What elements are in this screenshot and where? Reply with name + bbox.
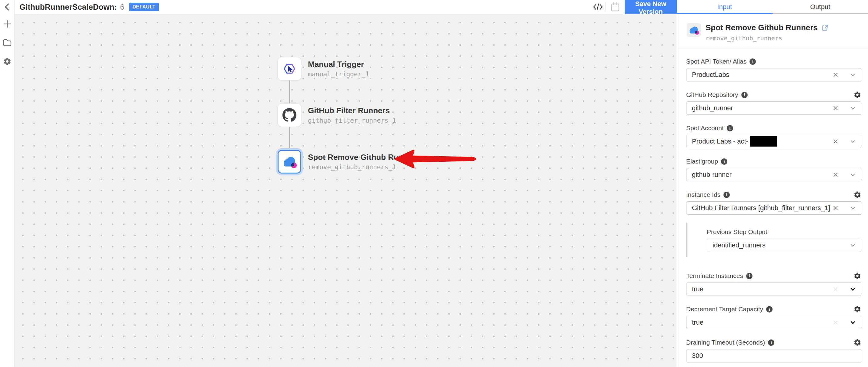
info-icon[interactable]: i — [746, 273, 752, 279]
save-new-version-button[interactable]: Save New Version — [625, 0, 677, 14]
node-title: GitHub Filter Runners — [308, 106, 396, 115]
node-id: github_filter_runners_1 — [308, 116, 396, 125]
info-icon[interactable]: i — [721, 158, 727, 165]
gear-icon — [854, 191, 861, 199]
field-label: Spot API Token/ Alias — [686, 58, 746, 65]
chevron-down-icon[interactable] — [849, 172, 856, 178]
gear-icon — [854, 272, 861, 280]
previous-step-output-dropdown[interactable]: identified_runners — [707, 239, 861, 252]
spot-icon — [282, 155, 297, 169]
gear-icon — [854, 338, 861, 346]
clear-button[interactable] — [833, 138, 839, 144]
field-value: true — [692, 285, 704, 293]
tab-input[interactable]: Input — [677, 0, 773, 14]
external-link-button[interactable] — [821, 24, 829, 32]
clear-button[interactable] — [833, 72, 839, 78]
panel-title: Spot Remove Github Runners — [706, 23, 818, 32]
field-settings-button[interactable] — [854, 338, 861, 346]
field-label: Decrement Target Capacity — [686, 305, 763, 313]
info-icon[interactable]: i — [768, 339, 774, 346]
field-elastigroup: Elastigroup i github-runner — [686, 158, 861, 181]
clear-button[interactable] — [833, 105, 839, 111]
github-repository-dropdown[interactable]: github_runner — [686, 101, 861, 115]
schedule-button[interactable] — [606, 0, 625, 14]
clear-button[interactable] — [833, 320, 839, 326]
node-manual-trigger[interactable]: Manual Trigger manual_trigger_1 — [278, 57, 369, 80]
field-settings-button[interactable] — [854, 91, 861, 99]
default-badge: DEFAULT — [129, 3, 159, 11]
tab-output[interactable]: Output — [773, 0, 868, 14]
clear-button[interactable] — [833, 286, 839, 292]
field-value: github-runner — [692, 171, 732, 179]
left-toolbar — [0, 14, 14, 367]
field-spot-account: Spot Account i Product Labs - act- — [686, 124, 861, 148]
files-button[interactable] — [2, 38, 12, 47]
field-value: identified_runners — [713, 241, 766, 249]
top-bar: GithubRunnerScaleDown: 6 DEFAULT Save Ne… — [0, 0, 868, 14]
node-github-filter-runners[interactable]: GitHub Filter Runners github_filter_runn… — [278, 103, 396, 127]
panel-fields: Spot API Token/ Alias i ProductLabs GitH… — [677, 48, 868, 363]
node-text: Manual Trigger manual_trigger_1 — [308, 60, 369, 78]
clear-button[interactable] — [833, 205, 839, 211]
field-value: ProductLabs — [692, 71, 730, 79]
field-settings-button[interactable] — [854, 305, 861, 313]
node-card[interactable] — [278, 57, 301, 80]
node-card[interactable] — [278, 103, 301, 127]
code-view-button[interactable] — [590, 0, 606, 14]
info-icon[interactable]: i — [749, 59, 756, 65]
inactive-tab-underline — [773, 13, 868, 14]
code-icon — [593, 3, 603, 11]
workflow-canvas[interactable]: Manual Trigger manual_trigger_1 GitHub F… — [14, 14, 677, 367]
draining-timeout-input[interactable]: 300 — [686, 349, 861, 363]
chevron-down-icon[interactable] — [849, 138, 856, 144]
edge-connector — [289, 127, 290, 150]
instance-ids-dropdown[interactable]: GitHub Filter Runners [github_filter_run… — [686, 201, 861, 215]
calendar-icon — [611, 2, 620, 12]
chevron-down-icon[interactable] — [849, 320, 856, 326]
field-label: Previous Step Output — [707, 228, 767, 236]
info-icon[interactable]: i — [727, 125, 733, 131]
field-value: true — [692, 319, 704, 326]
active-tab-underline — [677, 13, 773, 14]
step-config-panel: Spot Remove Github Runners remove_github… — [677, 14, 868, 367]
field-spot-api-token: Spot API Token/ Alias i ProductLabs — [686, 58, 861, 81]
node-id: manual_trigger_1 — [308, 70, 369, 78]
field-label: Draining Timeout (Seconds) — [686, 339, 765, 346]
gear-icon — [854, 305, 861, 313]
add-step-button[interactable] — [2, 19, 12, 29]
field-terminate-instances: Terminate Instances i true — [686, 272, 861, 296]
previous-step-output-section: Previous Step Output identified_runners — [686, 223, 861, 257]
decrement-target-capacity-select[interactable]: true — [686, 316, 861, 329]
terminate-instances-select[interactable]: true — [686, 282, 861, 296]
field-settings-button[interactable] — [854, 272, 861, 280]
info-icon[interactable]: i — [741, 92, 748, 98]
spot-api-token-dropdown[interactable]: ProductLabs — [686, 68, 861, 81]
back-button[interactable] — [0, 0, 14, 14]
workflow-title-area: GithubRunnerScaleDown: 6 DEFAULT — [14, 0, 590, 14]
node-card-selected[interactable] — [278, 150, 301, 173]
info-icon[interactable]: i — [766, 306, 773, 312]
field-settings-button[interactable] — [854, 191, 861, 199]
field-value: GitHub Filter Runners [github_filter_run… — [692, 204, 830, 212]
chevron-down-icon[interactable] — [849, 205, 856, 211]
field-value: 300 — [692, 352, 703, 360]
field-label: Terminate Instances — [686, 272, 743, 279]
chevron-down-icon[interactable] — [849, 105, 856, 111]
plus-icon — [3, 20, 11, 28]
panel-tabs: Input Output — [677, 0, 868, 14]
clear-button[interactable] — [833, 172, 839, 178]
workflow-title: GithubRunnerScaleDown: — [20, 2, 117, 12]
elastigroup-dropdown[interactable]: github-runner — [686, 168, 861, 181]
spot-account-dropdown[interactable]: Product Labs - act- — [686, 135, 861, 148]
node-title: Manual Trigger — [308, 60, 369, 69]
gear-icon — [3, 57, 11, 66]
field-draining-timeout: Draining Timeout (Seconds) i 300 — [686, 338, 861, 363]
chevron-down-icon[interactable] — [849, 242, 856, 248]
external-link-icon — [821, 24, 829, 32]
spot-icon — [688, 25, 700, 35]
chevron-down-icon[interactable] — [849, 72, 856, 78]
chevron-down-icon[interactable] — [849, 286, 856, 292]
info-icon[interactable]: i — [723, 192, 730, 198]
settings-button[interactable] — [2, 57, 12, 66]
gear-icon — [854, 91, 861, 99]
